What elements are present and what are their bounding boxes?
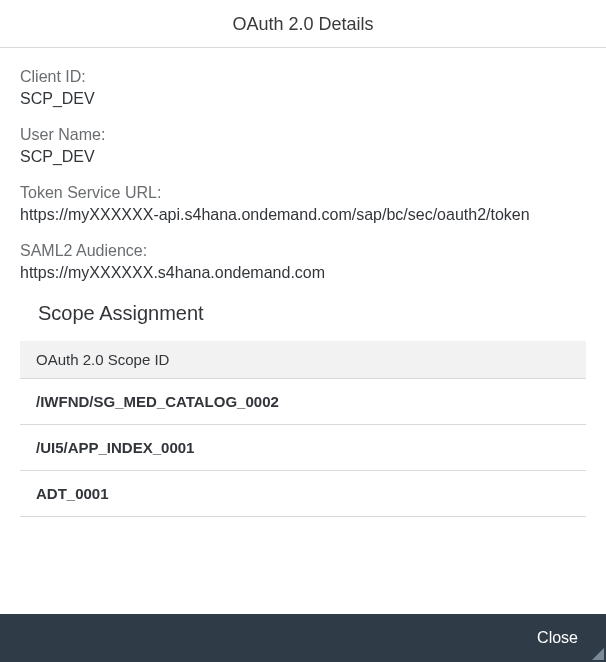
page-title: OAuth 2.0 Details <box>0 14 606 35</box>
user-name-label: User Name: <box>20 126 586 144</box>
table-row: /IWFND/SG_MED_CATALOG_0002 <box>20 379 586 425</box>
field-client-id: Client ID: SCP_DEV <box>20 68 586 108</box>
field-user-name: User Name: SCP_DEV <box>20 126 586 166</box>
client-id-label: Client ID: <box>20 68 586 86</box>
dialog-footer: Close <box>0 614 606 662</box>
field-saml2-audience: SAML2 Audience: https://myXXXXXX.s4hana.… <box>20 242 586 282</box>
table-row: /UI5/APP_INDEX_0001 <box>20 425 586 471</box>
close-button[interactable]: Close <box>537 629 578 647</box>
scope-table: OAuth 2.0 Scope ID /IWFND/SG_MED_CATALOG… <box>20 341 586 517</box>
table-row: ADT_0001 <box>20 471 586 517</box>
saml2-audience-label: SAML2 Audience: <box>20 242 586 260</box>
saml2-audience-value: https://myXXXXXX.s4hana.ondemand.com <box>20 264 586 282</box>
token-service-url-value: https://myXXXXXX-api.s4hana.ondemand.com… <box>20 206 586 224</box>
scope-column-header: OAuth 2.0 Scope ID <box>20 341 586 379</box>
dialog-header: OAuth 2.0 Details <box>0 0 606 48</box>
dialog-content: Client ID: SCP_DEV User Name: SCP_DEV To… <box>0 48 606 517</box>
scope-section-title: Scope Assignment <box>38 302 586 325</box>
resize-handle-icon[interactable] <box>592 648 604 660</box>
user-name-value: SCP_DEV <box>20 148 586 166</box>
field-token-service-url: Token Service URL: https://myXXXXXX-api.… <box>20 184 586 224</box>
token-service-url-label: Token Service URL: <box>20 184 586 202</box>
client-id-value: SCP_DEV <box>20 90 586 108</box>
